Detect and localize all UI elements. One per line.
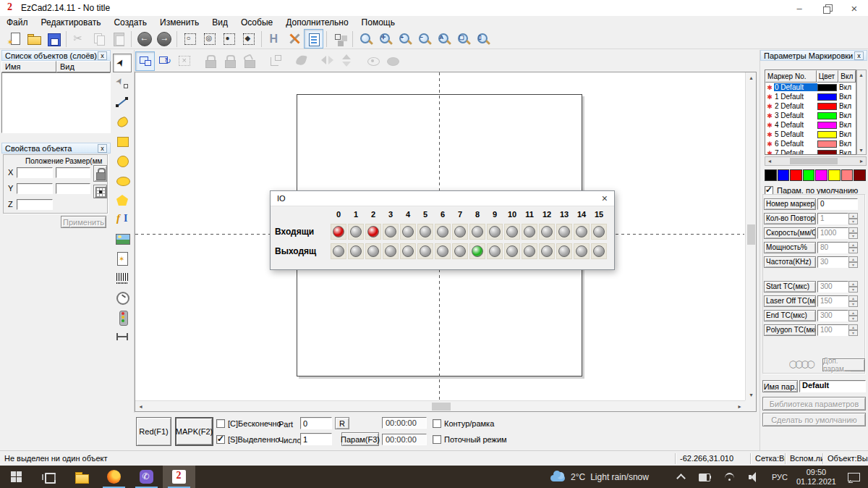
- curve-tool-button[interactable]: [113, 112, 132, 131]
- io-led[interactable]: [576, 226, 587, 237]
- scroll-down-icon[interactable]: ▾: [746, 390, 757, 400]
- node-edit-tool-button[interactable]: [113, 73, 132, 92]
- param-library-button[interactable]: Библиотека параметров: [762, 397, 866, 411]
- menu-item-4[interactable]: Вид: [205, 16, 234, 29]
- start-taskbar-button[interactable]: [0, 466, 33, 488]
- bitmap-tool-button[interactable]: [113, 230, 132, 248]
- stream-checkbox[interactable]: [433, 435, 441, 444]
- param-label[interactable]: Laser Off TC(мкс): [764, 295, 816, 307]
- circle-tool-button[interactable]: [113, 151, 132, 170]
- io-led[interactable]: [402, 226, 414, 237]
- ezcad-taskbar-button[interactable]: [163, 466, 195, 488]
- io-led[interactable]: [541, 226, 553, 237]
- spinner-down-icon[interactable]: ▾: [848, 316, 858, 321]
- zoom-dynamic-button[interactable]: [356, 29, 375, 49]
- io-led[interactable]: [472, 245, 483, 257]
- pen-row[interactable]: ✱0 DefaultВкл: [765, 83, 856, 92]
- zoom-select-button[interactable]: ▢: [454, 29, 473, 49]
- spinner-up-icon[interactable]: ▴: [848, 256, 858, 262]
- polygon-tool-button[interactable]: [113, 190, 132, 209]
- io-led[interactable]: [420, 226, 431, 237]
- io-led[interactable]: [541, 245, 553, 257]
- object-list[interactable]: [1, 72, 111, 133]
- pen-table-hscrollbar[interactable]: ◂ ▸: [765, 156, 867, 166]
- spinner[interactable]: ▴▾: [848, 310, 858, 321]
- io-dialog-titlebar[interactable]: IO ×: [271, 191, 614, 206]
- param-value[interactable]: 0: [817, 198, 858, 210]
- param-label[interactable]: Номер маркера: [764, 198, 816, 210]
- select-invert-button[interactable]: [155, 51, 174, 71]
- spinner-down-icon[interactable]: ▾: [848, 262, 858, 268]
- task-view-taskbar-button[interactable]: [33, 466, 65, 488]
- param-value[interactable]: 100: [817, 324, 848, 336]
- menu-item-7[interactable]: Помощь: [355, 16, 401, 29]
- apply-button[interactable]: Применить: [61, 216, 106, 228]
- spinner[interactable]: ▴▾: [848, 256, 858, 268]
- language-button[interactable]: РУС: [767, 466, 792, 488]
- palette-swatch[interactable]: [841, 169, 854, 181]
- io-led[interactable]: [489, 226, 501, 237]
- pen-row[interactable]: ✱3 DefaultВкл: [765, 111, 856, 120]
- spinner-up-icon[interactable]: ▴: [848, 295, 858, 301]
- param-label[interactable]: Start TC(мкс): [764, 281, 816, 293]
- param-label[interactable]: Скорость(мм/Сек: [764, 227, 816, 239]
- reset-part-button[interactable]: R: [335, 417, 349, 429]
- io-tool-button[interactable]: [113, 308, 132, 327]
- extend-tool-button[interactable]: [113, 327, 132, 346]
- zoom-all-button[interactable]: A: [434, 29, 454, 49]
- close-icon[interactable]: ×: [602, 193, 608, 203]
- horizontal-scroll-thumb[interactable]: [432, 403, 451, 411]
- select-all-button[interactable]: [135, 51, 155, 71]
- io-led[interactable]: [350, 226, 362, 237]
- menu-item-5[interactable]: Особые: [234, 16, 279, 29]
- lock-aspect-button[interactable]: [93, 165, 107, 182]
- guides-status[interactable]: Вспом.ли: [786, 453, 823, 464]
- scroll-up-icon[interactable]: ▴: [746, 72, 757, 83]
- grid-status[interactable]: Сетка:Вы: [751, 453, 786, 464]
- undo-button[interactable]: [135, 29, 154, 49]
- pen-col-color[interactable]: Цвет: [817, 70, 839, 83]
- io-led[interactable]: [367, 245, 379, 257]
- system-tools-button[interactable]: [284, 29, 304, 49]
- scroll-up-icon[interactable]: ▴: [856, 70, 866, 79]
- menu-item-1[interactable]: Редактировать: [35, 16, 108, 29]
- minimize-button[interactable]: –: [786, 0, 813, 16]
- param-value[interactable]: 1: [817, 213, 848, 224]
- io-led[interactable]: [558, 245, 570, 257]
- io-led[interactable]: [437, 226, 448, 237]
- rect-tool-button[interactable]: [113, 132, 132, 151]
- io-led[interactable]: [402, 245, 414, 257]
- node-tool-3-button[interactable]: ●: [219, 29, 239, 49]
- explorer-taskbar-button[interactable]: [65, 466, 98, 488]
- pen-col-enable[interactable]: Вкл: [838, 70, 856, 83]
- pos-y-field[interactable]: [17, 183, 53, 194]
- horizontal-scrollbar[interactable]: ◂ ▸: [135, 400, 745, 411]
- vertical-scroll-thumb[interactable]: [747, 224, 755, 245]
- param-label[interactable]: Кол-во Повторов: [764, 213, 816, 224]
- spinner-up-icon[interactable]: ▴: [848, 281, 858, 287]
- palette-swatch[interactable]: [815, 169, 827, 181]
- io-led[interactable]: [437, 245, 448, 257]
- weather-button[interactable]: 2°C Light rain/snow: [546, 466, 653, 488]
- io-led[interactable]: [576, 245, 587, 257]
- object-browser-button[interactable]: [330, 29, 349, 49]
- advanced-params-button[interactable]: Доп. парам...: [822, 358, 865, 371]
- part-input[interactable]: [300, 417, 332, 429]
- mark-button[interactable]: MAPK(F2): [175, 417, 213, 446]
- action-center-button[interactable]: [841, 466, 868, 488]
- network-button[interactable]: [718, 466, 743, 488]
- param-label[interactable]: Мощность%: [764, 242, 816, 253]
- continuous-checkbox[interactable]: [216, 419, 225, 428]
- palette-swatch[interactable]: [803, 169, 815, 181]
- volume-button[interactable]: [743, 466, 767, 488]
- save-file-button[interactable]: [43, 29, 63, 49]
- new-file-button[interactable]: [4, 29, 24, 49]
- battery-button[interactable]: [694, 466, 718, 488]
- io-led[interactable]: [420, 245, 431, 257]
- spinner[interactable]: ▴▾: [848, 242, 858, 253]
- pen-row[interactable]: ✱2 DefaultВкл: [765, 101, 856, 111]
- delay-tool-button[interactable]: [113, 288, 132, 307]
- select-tool-button[interactable]: [113, 54, 132, 72]
- vector-file-tool-button[interactable]: [113, 249, 132, 268]
- io-led[interactable]: [385, 226, 396, 237]
